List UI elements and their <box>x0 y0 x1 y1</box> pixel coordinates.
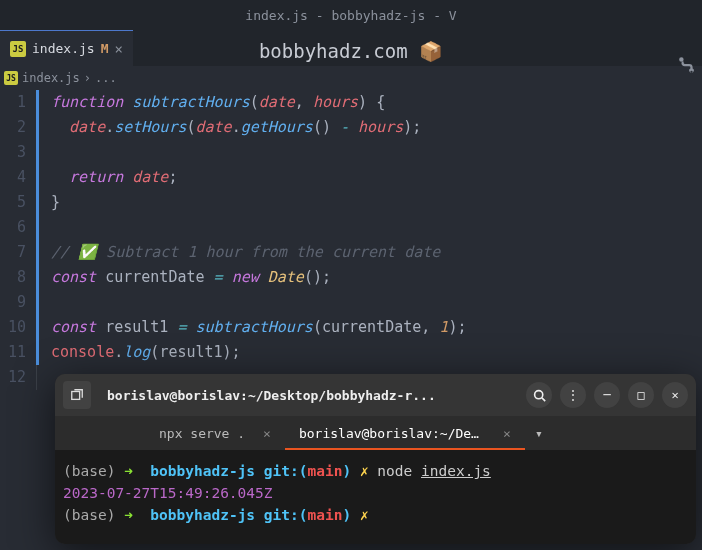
line-gutter: 1 2 3 4 5 6 7 8 9 10 11 12 <box>0 90 36 390</box>
search-button[interactable] <box>526 382 552 408</box>
terminal-output: 2023-07-27T15:49:26.045Z <box>63 482 688 504</box>
modified-indicator: M <box>101 41 109 56</box>
code-line: const currentDate = new Date(); <box>36 265 702 290</box>
line-number: 4 <box>0 165 26 190</box>
breadcrumb-file: index.js <box>22 71 80 85</box>
terminal-titlebar: borislav@borislav:~/Desktop/bobbyhadz-r.… <box>55 374 696 416</box>
code-line <box>36 290 702 315</box>
line-number: 8 <box>0 265 26 290</box>
code-line: } <box>36 190 702 215</box>
terminal-tab-label: borislav@borislav:~/Desktop/b... <box>299 426 485 441</box>
maximize-button[interactable]: □ <box>628 382 654 408</box>
code-area[interactable]: function subtractHours(date, hours) { da… <box>36 90 702 390</box>
line-number: 1 <box>0 90 26 115</box>
terminal-tab-label: npx serve . <box>159 426 245 441</box>
minimize-button[interactable]: ─ <box>594 382 620 408</box>
svg-rect-0 <box>72 392 80 400</box>
code-line <box>36 215 702 240</box>
code-line: return date; <box>36 165 702 190</box>
close-button[interactable]: ✕ <box>662 382 688 408</box>
svg-point-1 <box>534 390 542 398</box>
new-tab-button[interactable] <box>63 381 91 409</box>
line-number: 12 <box>0 365 26 390</box>
line-number: 11 <box>0 340 26 365</box>
code-line: const result1 = subtractHours(currentDat… <box>36 315 702 340</box>
editor-tabbar: JS index.js M × <box>0 30 702 66</box>
breadcrumb-rest: ... <box>95 71 117 85</box>
terminal-tab-active[interactable]: borislav@borislav:~/Desktop/b... × <box>285 416 525 450</box>
code-line: function subtractHours(date, hours) { <box>36 90 702 115</box>
line-number: 6 <box>0 215 26 240</box>
terminal-title: borislav@borislav:~/Desktop/bobbyhadz-r.… <box>99 388 518 403</box>
tab-dropdown-button[interactable]: ▾ <box>525 416 553 450</box>
editor-tab-indexjs[interactable]: JS index.js M × <box>0 30 133 66</box>
code-line: console.log(result1); <box>36 340 702 365</box>
line-number: 7 <box>0 240 26 265</box>
terminal-window: borislav@borislav:~/Desktop/bobbyhadz-r.… <box>55 374 696 544</box>
terminal-tab-serve[interactable]: npx serve . × <box>145 416 285 450</box>
line-number: 3 <box>0 140 26 165</box>
code-line <box>36 140 702 165</box>
source-control-icon[interactable] <box>678 56 696 78</box>
terminal-tabs: npx serve . × borislav@borislav:~/Deskto… <box>55 416 696 450</box>
line-number: 5 <box>0 190 26 215</box>
window-titlebar: index.js - bobbyhadz-js - V <box>0 0 702 30</box>
code-editor[interactable]: 1 2 3 4 5 6 7 8 9 10 11 12 function subt… <box>0 90 702 390</box>
breadcrumb[interactable]: JS index.js › ... <box>0 66 702 90</box>
line-number: 10 <box>0 315 26 340</box>
terminal-line: (base) ➜ bobbyhadz-js git:(main) ✗ <box>63 504 688 526</box>
line-number: 9 <box>0 290 26 315</box>
code-line: // ✅ Subtract 1 hour from the current da… <box>36 240 702 265</box>
tab-filename: index.js <box>32 41 95 56</box>
terminal-tab-close[interactable]: × <box>503 426 511 441</box>
window-title: index.js - bobbyhadz-js - V <box>245 8 456 23</box>
tab-close-button[interactable]: × <box>114 41 122 57</box>
line-number: 2 <box>0 115 26 140</box>
terminal-body[interactable]: (base) ➜ bobbyhadz-js git:(main) ✗ node … <box>55 450 696 544</box>
code-line: date.setHours(date.getHours() - hours); <box>36 115 702 140</box>
js-file-icon: JS <box>10 41 26 57</box>
js-file-icon: JS <box>4 71 18 85</box>
terminal-line: (base) ➜ bobbyhadz-js git:(main) ✗ node … <box>63 460 688 482</box>
terminal-tab-close[interactable]: × <box>263 426 271 441</box>
svg-line-2 <box>541 397 544 400</box>
menu-button[interactable]: ⋮ <box>560 382 586 408</box>
breadcrumb-sep: › <box>84 71 91 85</box>
